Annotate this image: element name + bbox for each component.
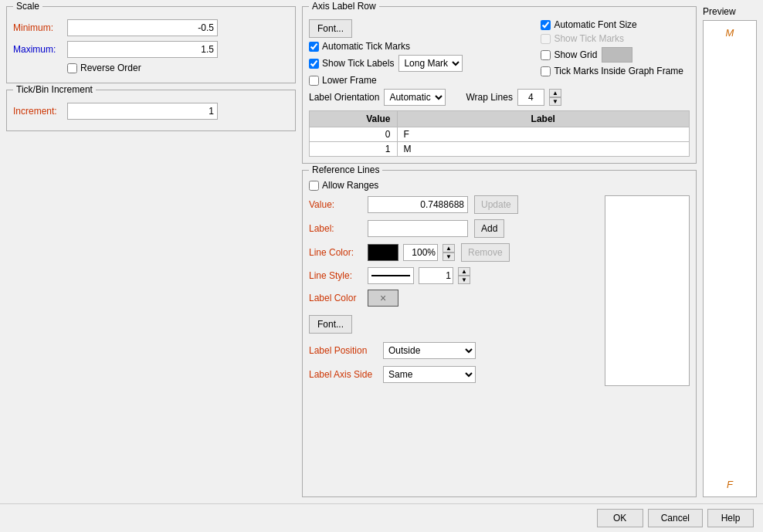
minimum-input[interactable]: [67, 19, 218, 36]
table-row: 1: [310, 142, 690, 157]
increment-input[interactable]: [67, 103, 218, 120]
tick-bin-title: Tick/Bin Increment: [13, 84, 96, 95]
value-input[interactable]: [368, 196, 468, 213]
long-mark-select[interactable]: Long Mark: [398, 55, 463, 72]
auto-font-size-checkbox[interactable]: [541, 20, 551, 30]
reference-lines-group: Reference Lines Allow Ranges Value: Upda…: [302, 170, 697, 497]
preview-label-f: F: [727, 479, 733, 490]
row-1-value: 1: [310, 142, 398, 157]
label-axis-side-label: Label Axis Side: [309, 369, 378, 380]
allow-ranges-label[interactable]: Allow Ranges: [322, 180, 378, 191]
footer: OK Cancel Help: [0, 503, 763, 532]
allow-ranges-checkbox[interactable]: [309, 181, 319, 191]
line-style-spinner[interactable]: ▲ ▼: [458, 267, 470, 284]
label-color-label: Label Color: [309, 293, 363, 303]
update-button[interactable]: Update: [474, 195, 518, 214]
ref-lines-title: Reference Lines: [309, 164, 382, 175]
wrap-lines-spinner[interactable]: ▲ ▼: [549, 89, 561, 106]
row-1-label-input[interactable]: [404, 144, 683, 154]
maximum-label: Maximum:: [13, 44, 67, 55]
orientation-label: Label Orientation: [309, 92, 379, 103]
label-col-header: Label: [397, 111, 689, 127]
increment-label: Increment:: [13, 106, 67, 117]
line-style-up[interactable]: ▲: [458, 267, 470, 276]
wrap-lines-down[interactable]: ▼: [549, 97, 561, 106]
row-0-label-cell[interactable]: [397, 127, 689, 142]
tick-inside-checkbox[interactable]: [541, 66, 551, 76]
tick-bin-group: Tick/Bin Increment Increment:: [6, 90, 296, 131]
auto-font-size-label[interactable]: Automatic Font Size: [554, 19, 636, 30]
wrap-lines-input[interactable]: [517, 89, 544, 106]
line-style-preview[interactable]: [368, 267, 414, 284]
ref-font-button[interactable]: Font...: [309, 315, 352, 334]
preview-box: M F: [703, 20, 757, 497]
label-label: Label:: [309, 223, 363, 234]
ok-button[interactable]: OK: [597, 509, 643, 527]
line-color-label: Line Color:: [309, 247, 363, 258]
scale-title: Scale: [13, 1, 42, 12]
help-button[interactable]: Help: [707, 509, 754, 527]
auto-tick-marks-checkbox[interactable]: [309, 42, 319, 52]
auto-tick-marks-label[interactable]: Automatic Tick Marks: [322, 41, 410, 52]
maximum-input[interactable]: [67, 41, 218, 58]
preview-label-m: M: [726, 27, 734, 39]
line-color-pct[interactable]: [403, 244, 438, 261]
add-button[interactable]: Add: [474, 219, 504, 238]
show-tick-marks-checkbox[interactable]: [541, 34, 551, 44]
value-label-table: Value Label 0 1: [309, 110, 690, 157]
wrap-lines-label: Wrap Lines: [466, 92, 512, 103]
wrap-lines-up[interactable]: ▲: [549, 89, 561, 97]
font-button[interactable]: Font...: [309, 19, 352, 38]
scale-group: Scale Minimum: Maximum: Reverse Order: [6, 6, 296, 83]
label-position-select[interactable]: Outside: [383, 342, 476, 359]
label-input[interactable]: [368, 220, 468, 237]
table-row: 0: [310, 127, 690, 142]
orientation-select[interactable]: Automatic: [384, 89, 446, 106]
line-style-down[interactable]: ▼: [458, 276, 470, 284]
label-color-box[interactable]: [368, 290, 398, 307]
value-label: Value:: [309, 199, 363, 210]
line-style-label: Line Style:: [309, 270, 363, 281]
reverse-order-label[interactable]: Reverse Order: [80, 63, 141, 73]
lower-frame-label[interactable]: Lower Frame: [322, 75, 377, 86]
value-col-header: Value: [310, 111, 398, 127]
row-0-value: 0: [310, 127, 398, 142]
line-color-box[interactable]: [368, 244, 398, 261]
show-tick-marks-label: Show Tick Marks: [554, 33, 624, 44]
minimum-label: Minimum:: [13, 22, 67, 33]
label-position-label: Label Position: [309, 345, 378, 356]
cancel-button[interactable]: Cancel: [648, 509, 703, 527]
show-grid-label[interactable]: Show Grid: [554, 49, 597, 60]
show-tick-labels-checkbox[interactable]: [309, 59, 319, 69]
preview-panel: Preview M F: [703, 6, 757, 497]
ref-list-box[interactable]: [605, 195, 690, 386]
lower-frame-checkbox[interactable]: [309, 76, 319, 86]
remove-button[interactable]: Remove: [461, 243, 510, 262]
axis-label-group: Axis Label Row Font... Automatic Tick Ma…: [302, 6, 697, 164]
tick-inside-label[interactable]: Tick Marks Inside Graph Frame: [554, 66, 683, 76]
preview-title: Preview: [703, 6, 757, 17]
axis-label-title: Axis Label Row: [309, 1, 379, 12]
show-grid-checkbox[interactable]: [541, 50, 551, 60]
label-axis-select[interactable]: Same: [383, 366, 476, 383]
row-0-label-input[interactable]: [404, 129, 683, 140]
line-color-up[interactable]: ▲: [443, 244, 455, 252]
row-1-label-cell[interactable]: [397, 142, 689, 157]
reverse-order-checkbox[interactable]: [67, 63, 77, 73]
grid-color-box: [602, 47, 632, 63]
line-color-spinner[interactable]: ▲ ▼: [443, 244, 455, 261]
line-style-value[interactable]: [419, 267, 453, 284]
show-tick-labels-label[interactable]: Show Tick Labels: [322, 58, 394, 69]
line-color-down[interactable]: ▼: [443, 252, 455, 261]
